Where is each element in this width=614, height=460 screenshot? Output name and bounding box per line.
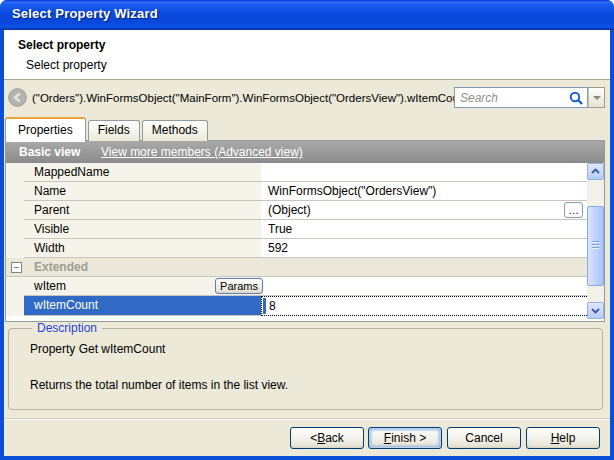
scroll-down-button[interactable] xyxy=(587,302,604,319)
table-row[interactable]: Visible True xyxy=(6,220,604,239)
tab-strip: Properties Fields Methods xyxy=(5,115,210,141)
footer-divider xyxy=(4,418,610,420)
search-box xyxy=(454,87,588,108)
chevron-down-icon xyxy=(588,303,603,318)
page-subtitle: Select property xyxy=(26,58,107,72)
wizard-window: Select Property Wizard Select property S… xyxy=(0,0,614,460)
property-value[interactable]: (Object) xyxy=(261,201,589,220)
property-value[interactable]: 592 xyxy=(261,239,589,258)
table-row[interactable]: MappedName xyxy=(6,163,604,182)
back-icon xyxy=(8,95,27,110)
advanced-view-link[interactable]: View more members (Advanced view) xyxy=(101,145,303,159)
property-value[interactable]: WinFormsObject("OrdersView") xyxy=(261,182,589,201)
table-row-selected[interactable]: wItemCount 8 xyxy=(6,296,604,316)
navigate-back-button[interactable] xyxy=(8,88,27,107)
chevron-up-icon xyxy=(588,164,603,179)
scroll-thumb[interactable] xyxy=(587,206,604,286)
search-dropdown-button[interactable] xyxy=(588,87,605,108)
page-title: Select property xyxy=(18,38,105,52)
wizard-back-button[interactable]: <Back xyxy=(290,427,364,449)
property-name: MappedName xyxy=(24,163,261,182)
value-editor[interactable]: 8 xyxy=(261,296,589,316)
wizard-header: Select property Select property xyxy=(4,30,610,80)
chevron-down-icon xyxy=(593,96,601,100)
property-grid: MappedName Name WinFormsObject("OrdersVi… xyxy=(6,163,604,321)
ellipsis-button[interactable]: … xyxy=(564,202,583,218)
group-row-extended[interactable]: − Extended xyxy=(6,258,604,277)
table-row[interactable]: wItem Params xyxy=(6,277,604,296)
table-row[interactable]: Parent (Object) … xyxy=(6,201,604,220)
scroll-grip-icon xyxy=(592,241,599,250)
wizard-finish-button[interactable]: Finish > xyxy=(368,427,442,449)
table-row[interactable]: Name WinFormsObject("OrdersView") xyxy=(6,182,604,201)
tab-fields[interactable]: Fields xyxy=(88,120,140,141)
scroll-up-button[interactable] xyxy=(587,163,604,180)
vertical-scrollbar[interactable] xyxy=(587,163,604,319)
title-bar[interactable]: Select Property Wizard xyxy=(0,0,614,30)
property-name: Width xyxy=(24,239,261,258)
search-input[interactable] xyxy=(456,89,564,106)
wizard-cancel-button[interactable]: Cancel xyxy=(447,427,521,449)
window-title: Select Property Wizard xyxy=(12,6,158,21)
description-legend: Description xyxy=(32,321,102,335)
group-label: Extended xyxy=(34,260,88,274)
property-value[interactable]: True xyxy=(261,220,589,239)
search-icon[interactable] xyxy=(569,91,584,110)
tab-methods[interactable]: Methods xyxy=(142,120,208,141)
property-name: Visible xyxy=(24,220,261,239)
property-value[interactable] xyxy=(261,277,589,296)
property-name: Name xyxy=(24,182,261,201)
description-line2: Returns the total number of items in the… xyxy=(30,378,288,392)
view-header: Basic view View more members (Advanced v… xyxy=(6,141,604,163)
tab-properties[interactable]: Properties xyxy=(5,117,86,142)
text-caret xyxy=(263,298,266,314)
description-group xyxy=(8,328,603,410)
object-path: ("Orders").WinFormsObject("MainForm").Wi… xyxy=(32,92,468,104)
wizard-content: Select property Select property ("Orders… xyxy=(4,30,610,456)
view-title: Basic view xyxy=(19,145,80,159)
property-name: Parent xyxy=(24,201,261,220)
members-panel: Basic view View more members (Advanced v… xyxy=(5,140,605,322)
property-value: 8 xyxy=(269,298,276,315)
property-name: wItemCount xyxy=(24,296,261,316)
table-row[interactable]: Width 592 xyxy=(6,239,604,258)
params-button[interactable]: Params xyxy=(215,278,263,294)
wizard-help-button[interactable]: Help xyxy=(526,427,600,449)
property-value[interactable] xyxy=(261,163,589,182)
collapse-icon[interactable]: − xyxy=(11,262,22,273)
description-line1: Property Get wItemCount xyxy=(30,342,165,356)
